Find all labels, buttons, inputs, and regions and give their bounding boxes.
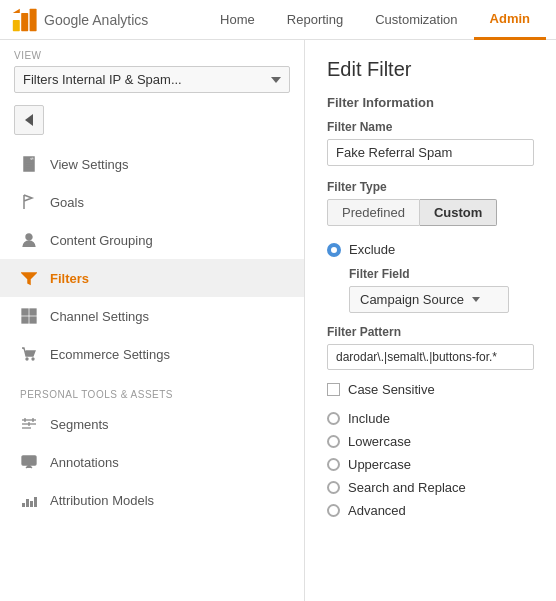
exclude-radio-row[interactable]: Exclude bbox=[327, 242, 534, 257]
svg-rect-13 bbox=[30, 317, 36, 323]
exclude-radio[interactable] bbox=[327, 243, 341, 257]
filter-name-label: Filter Name bbox=[327, 120, 534, 134]
uppercase-radio-row[interactable]: Uppercase bbox=[327, 457, 534, 472]
include-radio-row[interactable]: Include bbox=[327, 411, 534, 426]
sidebar-item-filters-label: Filters bbox=[50, 271, 89, 286]
svg-marker-4 bbox=[13, 8, 20, 12]
logo-text: Google Analytics bbox=[44, 12, 148, 28]
nav-customization[interactable]: Customization bbox=[359, 0, 473, 40]
chevron-down-icon bbox=[472, 297, 480, 302]
sidebar-item-goals[interactable]: Goals bbox=[0, 183, 304, 221]
filter-type-row: Predefined Custom bbox=[327, 199, 534, 226]
sidebar-nav: View Settings Goals Content Grouping bbox=[0, 141, 304, 377]
filter-pattern-section: Filter Pattern bbox=[327, 325, 534, 370]
attribution-icon bbox=[20, 491, 38, 509]
logo-area: Google Analytics bbox=[10, 6, 148, 34]
svg-rect-27 bbox=[30, 501, 33, 507]
nav-reporting[interactable]: Reporting bbox=[271, 0, 359, 40]
uppercase-radio[interactable] bbox=[327, 458, 340, 471]
lowercase-label: Lowercase bbox=[348, 434, 411, 449]
filter-name-input[interactable] bbox=[327, 139, 534, 166]
advanced-radio[interactable] bbox=[327, 504, 340, 517]
sidebar-item-segments-label: Segments bbox=[50, 417, 109, 432]
sidebar-item-annotations-label: Annotations bbox=[50, 455, 119, 470]
svg-rect-11 bbox=[30, 309, 36, 315]
sidebar: VIEW Filters Internal IP & Spam... View … bbox=[0, 40, 305, 601]
ga-logo-icon bbox=[10, 6, 38, 34]
advanced-radio-row[interactable]: Advanced bbox=[327, 503, 534, 518]
sidebar-item-ecommerce-settings[interactable]: Ecommerce Settings bbox=[0, 335, 304, 373]
sidebar-item-view-settings[interactable]: View Settings bbox=[0, 145, 304, 183]
sidebar-item-segments[interactable]: Segments bbox=[0, 405, 304, 443]
sidebar-item-content-grouping-label: Content Grouping bbox=[50, 233, 153, 248]
custom-btn[interactable]: Custom bbox=[420, 199, 497, 226]
filter-info-section-label: Filter Information bbox=[327, 95, 534, 110]
view-dropdown[interactable]: Filters Internal IP & Spam... bbox=[14, 66, 290, 93]
sidebar-item-filters[interactable]: Filters bbox=[0, 259, 304, 297]
svg-point-14 bbox=[26, 358, 28, 360]
nav-home[interactable]: Home bbox=[204, 0, 271, 40]
view-section: VIEW Filters Internal IP & Spam... bbox=[0, 40, 304, 99]
search-replace-radio[interactable] bbox=[327, 481, 340, 494]
predefined-btn[interactable]: Predefined bbox=[327, 199, 420, 226]
filter-type-label: Filter Type bbox=[327, 180, 534, 194]
search-replace-label: Search and Replace bbox=[348, 480, 466, 495]
svg-rect-2 bbox=[21, 13, 28, 31]
exclude-label: Exclude bbox=[349, 242, 395, 257]
filter-field-section: Filter Field Campaign Source bbox=[349, 267, 534, 313]
svg-point-15 bbox=[32, 358, 34, 360]
sidebar-item-view-settings-label: View Settings bbox=[50, 157, 129, 172]
include-label: Include bbox=[348, 411, 390, 426]
back-button[interactable] bbox=[14, 105, 44, 135]
flag-icon bbox=[20, 193, 38, 211]
main-layout: VIEW Filters Internal IP & Spam... View … bbox=[0, 40, 556, 601]
campaign-source-dropdown[interactable]: Campaign Source bbox=[349, 286, 509, 313]
segments-icon bbox=[20, 415, 38, 433]
uppercase-label: Uppercase bbox=[348, 457, 411, 472]
case-sensitive-label: Case Sensitive bbox=[348, 382, 435, 397]
person-icon bbox=[20, 231, 38, 249]
svg-rect-25 bbox=[22, 503, 25, 507]
filter-field-label: Filter Field bbox=[349, 267, 534, 281]
annotations-icon bbox=[20, 453, 38, 471]
document-icon bbox=[20, 155, 38, 173]
header: Google Analytics Home Reporting Customiz… bbox=[0, 0, 556, 40]
lowercase-radio-row[interactable]: Lowercase bbox=[327, 434, 534, 449]
sidebar-item-channel-settings-label: Channel Settings bbox=[50, 309, 149, 324]
nav-admin[interactable]: Admin bbox=[474, 0, 546, 40]
sidebar-item-attribution-models-label: Attribution Models bbox=[50, 493, 154, 508]
svg-rect-28 bbox=[34, 497, 37, 507]
sidebar-item-content-grouping[interactable]: Content Grouping bbox=[0, 221, 304, 259]
svg-rect-1 bbox=[13, 20, 20, 31]
campaign-source-text: Campaign Source bbox=[360, 292, 464, 307]
lowercase-radio[interactable] bbox=[327, 435, 340, 448]
right-panel: Edit Filter Filter Information Filter Na… bbox=[305, 40, 556, 601]
svg-rect-26 bbox=[26, 499, 29, 507]
svg-rect-12 bbox=[22, 317, 28, 323]
filter-pattern-label: Filter Pattern bbox=[327, 325, 534, 339]
svg-point-9 bbox=[26, 234, 32, 240]
page-title: Edit Filter bbox=[327, 58, 534, 81]
chevron-down-icon bbox=[271, 77, 281, 83]
filter-pattern-input[interactable] bbox=[327, 344, 534, 370]
svg-rect-10 bbox=[22, 309, 28, 315]
case-sensitive-row[interactable]: Case Sensitive bbox=[327, 382, 534, 397]
sidebar-item-annotations[interactable]: Annotations bbox=[0, 443, 304, 481]
back-arrow-icon bbox=[25, 114, 33, 126]
view-dropdown-text: Filters Internal IP & Spam... bbox=[23, 72, 182, 87]
personal-section-label: PERSONAL TOOLS & ASSETS bbox=[0, 377, 304, 405]
sidebar-item-attribution-models[interactable]: Attribution Models bbox=[0, 481, 304, 519]
advanced-label: Advanced bbox=[348, 503, 406, 518]
sidebar-item-ecommerce-settings-label: Ecommerce Settings bbox=[50, 347, 170, 362]
svg-rect-3 bbox=[30, 8, 37, 30]
main-nav: Home Reporting Customization Admin bbox=[204, 0, 546, 40]
filter-icon bbox=[20, 269, 38, 287]
view-label: VIEW bbox=[14, 50, 290, 61]
grid-icon bbox=[20, 307, 38, 325]
sidebar-item-channel-settings[interactable]: Channel Settings bbox=[0, 297, 304, 335]
case-sensitive-checkbox[interactable] bbox=[327, 383, 340, 396]
search-replace-radio-row[interactable]: Search and Replace bbox=[327, 480, 534, 495]
cart-icon bbox=[20, 345, 38, 363]
include-radio[interactable] bbox=[327, 412, 340, 425]
sidebar-item-goals-label: Goals bbox=[50, 195, 84, 210]
